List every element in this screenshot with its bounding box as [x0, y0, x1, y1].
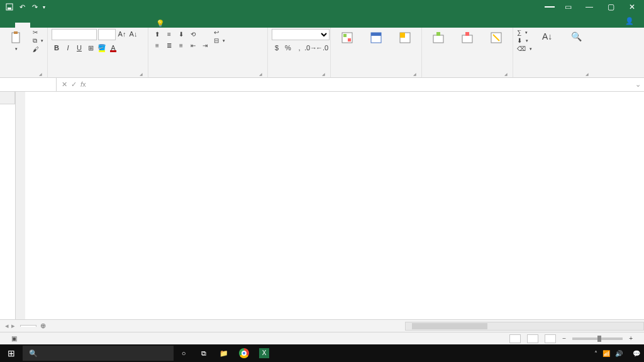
copy-button[interactable]: ⧉▾	[33, 37, 43, 45]
cell-styles-button[interactable]	[392, 29, 418, 45]
align-right-icon[interactable]: ≡	[176, 40, 186, 50]
page-layout-view-button[interactable]	[527, 334, 538, 343]
ribbon-tabs: 💡 👤	[0, 14, 644, 28]
sort-filter-button[interactable]: A↓	[536, 29, 561, 45]
svg-rect-6	[348, 38, 351, 41]
merge-center-button[interactable]: ⊟▾	[214, 37, 225, 44]
insert-cells-button[interactable]	[426, 29, 451, 45]
redo-icon[interactable]: ↷	[30, 3, 39, 11]
tab-review[interactable]	[91, 23, 106, 28]
tell-me-search[interactable]: 💡	[156, 19, 167, 28]
fill-button[interactable]: ⬇▾	[517, 37, 532, 44]
zoom-in-button[interactable]: +	[629, 335, 633, 342]
normal-view-button[interactable]	[509, 334, 521, 343]
start-button[interactable]: ⊞	[0, 348, 23, 358]
find-select-button[interactable]: 🔍	[565, 29, 590, 45]
format-cells-button[interactable]	[484, 29, 509, 45]
increase-decimal-icon[interactable]: .0→	[306, 43, 316, 53]
new-sheet-button[interactable]: ⊕	[36, 322, 49, 330]
fill-color-button[interactable]: 🪣	[97, 43, 107, 53]
undo-icon[interactable]: ↶	[18, 3, 26, 11]
tab-page-layout[interactable]	[45, 23, 60, 28]
notifications-icon[interactable]: 💬	[633, 350, 640, 357]
excel-button[interactable]: X	[254, 344, 274, 362]
tab-insert[interactable]	[30, 23, 45, 28]
align-bottom-icon[interactable]: ⬇	[176, 29, 186, 39]
ribbon-display-icon[interactable]: ▭	[560, 3, 576, 11]
conditional-formatting-button[interactable]	[335, 29, 360, 45]
number-format-select[interactable]	[272, 29, 330, 40]
tray-volume-icon[interactable]: 🔊	[615, 350, 623, 357]
sheet-nav-next-icon[interactable]: ▸	[11, 322, 15, 330]
percent-icon[interactable]: %	[283, 43, 293, 53]
decrease-indent-icon[interactable]: ⇤	[188, 40, 198, 50]
decrease-decimal-icon[interactable]: ←.0	[317, 43, 327, 53]
tab-view[interactable]	[106, 23, 121, 28]
font-color-button[interactable]: A	[108, 43, 118, 53]
wrap-text-button[interactable]: ↩	[214, 29, 225, 36]
increase-indent-icon[interactable]: ⇥	[200, 40, 210, 50]
macro-record-icon[interactable]: ▣	[11, 335, 17, 342]
share-button[interactable]: 👤	[618, 14, 644, 28]
expand-formula-bar-icon[interactable]: ⌄	[631, 80, 644, 89]
minimize-icon[interactable]: —	[581, 3, 597, 11]
close-icon[interactable]: ✕	[624, 3, 640, 11]
font-size-select[interactable]	[98, 29, 116, 40]
align-middle-icon[interactable]: ≡	[164, 29, 174, 39]
group-editing: ∑▾ ⬇▾ ⌫▾ A↓ 🔍	[513, 28, 594, 77]
file-explorer-button[interactable]: 📁	[214, 344, 234, 362]
save-icon[interactable]	[5, 3, 14, 11]
font-name-select[interactable]	[52, 29, 97, 40]
align-top-icon[interactable]: ⬆	[152, 29, 162, 39]
align-left-icon[interactable]: ≡	[152, 40, 162, 50]
orientation-icon[interactable]: ⟲	[188, 29, 198, 39]
chrome-button[interactable]	[234, 344, 254, 362]
sigma-icon: ∑	[517, 29, 521, 36]
format-painter-button[interactable]: 🖌	[33, 46, 43, 53]
tab-help[interactable]	[136, 23, 151, 28]
horizontal-scrollbar[interactable]	[405, 322, 644, 331]
clear-button[interactable]: ⌫▾	[517, 45, 532, 52]
comma-icon[interactable]: ,	[294, 43, 304, 53]
increase-font-icon[interactable]: A↑	[117, 29, 127, 39]
decrease-font-icon[interactable]: A↓	[128, 29, 138, 39]
enter-formula-icon[interactable]: ✓	[71, 80, 77, 89]
zoom-slider[interactable]	[572, 337, 623, 340]
task-view-button[interactable]: ⧉	[194, 344, 214, 362]
autosum-button[interactable]: ∑▾	[517, 29, 532, 36]
tab-file[interactable]	[0, 23, 15, 28]
tray-network-icon[interactable]: 📶	[602, 350, 610, 357]
name-box[interactable]	[0, 78, 57, 91]
brush-icon: 🖌	[33, 46, 39, 53]
cut-button[interactable]: ✂	[33, 29, 43, 36]
italic-button[interactable]: I	[63, 43, 73, 53]
underline-button[interactable]: U	[74, 43, 84, 53]
fx-icon[interactable]: fx	[80, 80, 86, 89]
tab-formulas[interactable]	[60, 23, 75, 28]
maximize-icon[interactable]: ▢	[602, 3, 619, 11]
page-break-view-button[interactable]	[545, 334, 556, 343]
tray-chevron-icon[interactable]: ˄	[594, 350, 597, 357]
tab-home[interactable]	[15, 23, 30, 28]
sheet-tab-active[interactable]	[20, 325, 36, 327]
status-bar: ▣ − +	[0, 332, 644, 344]
cortana-button[interactable]: ○	[174, 344, 194, 362]
select-all-corner[interactable]	[0, 92, 15, 104]
cancel-formula-icon[interactable]: ✕	[62, 80, 67, 89]
tab-developer[interactable]	[121, 23, 136, 28]
zoom-out-button[interactable]: −	[562, 335, 566, 342]
delete-cells-button[interactable]	[455, 29, 480, 45]
vertical-scrollbar[interactable]	[15, 92, 25, 319]
bold-button[interactable]: B	[52, 43, 62, 53]
currency-icon[interactable]: $	[272, 43, 282, 53]
paste-button[interactable]: ▾	[4, 29, 29, 52]
align-center-icon[interactable]: ≣	[164, 40, 174, 50]
sheet-nav-prev-icon[interactable]: ◂	[5, 322, 9, 330]
eraser-icon: ⌫	[517, 45, 526, 52]
qat-customize-icon[interactable]: ▾	[43, 4, 45, 10]
tab-data[interactable]	[75, 23, 91, 28]
format-as-table-button[interactable]	[364, 29, 389, 45]
sign-in-button[interactable]	[545, 6, 555, 8]
taskbar-search[interactable]: 🔍	[23, 346, 174, 361]
border-button[interactable]: ⊞	[86, 43, 96, 53]
